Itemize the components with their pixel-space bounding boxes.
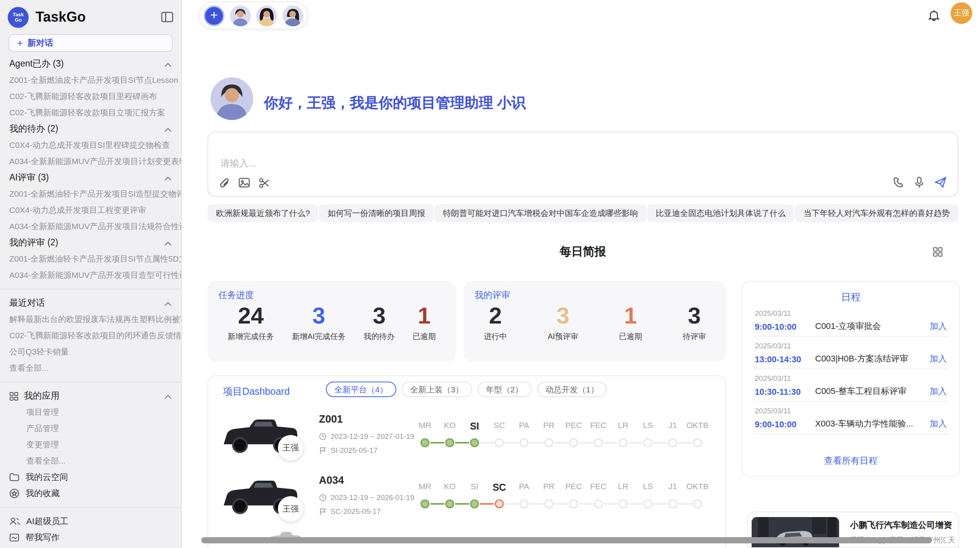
project-row[interactable]: 王强 A034 2023-12-19 ~ 2026-01-19 SC-2025-… bbox=[221, 474, 714, 533]
sidebar-task-item[interactable]: A034-全新新能源MUV产品开发项目造型可行性评审 bbox=[0, 267, 181, 283]
plus-icon: + bbox=[17, 37, 23, 49]
suggestion-chip[interactable]: 特朗普可能对进口汽车增税会对中国车企造成哪些影响 bbox=[434, 204, 646, 222]
chevron-up-icon[interactable] bbox=[164, 298, 172, 308]
horizontal-scrollbar[interactable] bbox=[201, 537, 932, 543]
chevron-up-icon[interactable] bbox=[164, 124, 172, 134]
greeting-text: 你好，王强，我是你的项目管理助理 小识 bbox=[264, 93, 526, 112]
microphone-icon[interactable] bbox=[914, 176, 924, 189]
project-row[interactable]: 王强 Z001 2023-12-19 ~ 2027-01-19 SI-2025-… bbox=[221, 413, 714, 472]
recent-chat-item[interactable]: C02-飞腾新能源轻客改款项目的闭环通告反馈情况 bbox=[0, 327, 181, 344]
suggestion-chip[interactable]: 比亚迪全固态电池计划具体说了什么 bbox=[647, 204, 794, 222]
daily-brief-title: 每日简报 bbox=[207, 245, 958, 259]
app-sub-item[interactable]: 变更管理 bbox=[0, 437, 181, 453]
paperclip-icon[interactable] bbox=[219, 177, 230, 189]
agent-avatar[interactable] bbox=[230, 5, 251, 26]
app-title: TaskGo bbox=[36, 9, 161, 25]
chevron-up-icon[interactable] bbox=[164, 238, 172, 247]
join-link[interactable]: 加入 bbox=[930, 353, 947, 365]
agent-avatar[interactable] bbox=[283, 5, 303, 26]
phone-icon[interactable] bbox=[893, 176, 904, 188]
app-logo: Task Go bbox=[8, 7, 29, 27]
join-link[interactable]: 加入 bbox=[930, 320, 947, 332]
new-chat-button[interactable]: + 新对话 bbox=[9, 34, 173, 52]
milestone-track: MRKOSISCPAPRPECFECLRLSJ1OKTB bbox=[413, 470, 708, 518]
writing-icon bbox=[9, 533, 19, 542]
news-image bbox=[752, 517, 839, 548]
quick-access-bar: + bbox=[199, 2, 308, 29]
schedule-event: 2025/03/1113:00-14:30C003|H0B-方案冻结评审加入 bbox=[753, 337, 948, 369]
svg-text:LS: LS bbox=[643, 421, 653, 430]
sidebar-sections: Agent已办 (3) Z001-全新燃油皮卡产品开发项目SI节点Lesson … bbox=[0, 52, 181, 548]
chevron-up-icon[interactable] bbox=[164, 59, 172, 68]
chat-input-box[interactable]: 请输入... bbox=[207, 132, 958, 197]
event-time: 13:00-14:30 bbox=[755, 354, 815, 363]
sidebar-task-item[interactable]: C0X4-动力总成开发项目工程变更评审 bbox=[0, 202, 181, 218]
input-toolbar-left bbox=[219, 177, 270, 189]
image-icon[interactable] bbox=[238, 177, 250, 188]
suggestion-chip[interactable]: 欧洲新规最近颁布了什么? bbox=[207, 204, 319, 222]
section-recent-chats[interactable]: 最近对话 bbox=[0, 295, 181, 311]
sidebar-task-item[interactable]: Z001-全新燃油轻卡产品开发项目SI造型提交物评审 bbox=[0, 186, 181, 202]
app-sub-item[interactable]: 查看全部... bbox=[0, 453, 181, 469]
divider bbox=[0, 507, 181, 508]
sidebar-collapse-icon[interactable] bbox=[161, 12, 173, 22]
svg-text:PEC: PEC bbox=[565, 421, 582, 430]
schedule-event: 2025/03/1110:30-11:30C005-整车工程目标评审加入 bbox=[753, 369, 948, 402]
event-date: 2025/03/11 bbox=[755, 406, 947, 415]
card-title: 我的评审 bbox=[475, 289, 715, 301]
section-my-todo[interactable]: 我的待办 (2) bbox=[0, 121, 181, 137]
folder-icon bbox=[9, 473, 19, 481]
sidebar-task-item[interactable]: Z001-全新燃油轻卡产品开发项目SI节点属性5D文件评审 bbox=[0, 251, 181, 267]
sidebar-task-item[interactable]: Z001-全新燃油皮卡产品开发项目SI节点Lesson Learn报告 bbox=[0, 72, 181, 88]
scissors-icon[interactable] bbox=[259, 177, 270, 189]
input-toolbar-right bbox=[893, 176, 947, 189]
sidebar-task-item[interactable]: A034-全新新能源MUV产品开发项目计划变更表编写 bbox=[0, 153, 181, 170]
svg-text:J1: J1 bbox=[668, 482, 677, 491]
recent-chat-item[interactable]: 解释最新出台的欧盟报废车法规再生塑料比例被调至15%... bbox=[0, 311, 181, 327]
schedule-title: 日程 bbox=[753, 291, 948, 304]
view-all-schedule-link[interactable]: 查看所有日程 bbox=[753, 450, 948, 468]
event-date: 2025/03/11 bbox=[755, 309, 947, 317]
tab-powertrain[interactable]: 动总开发（1） bbox=[537, 382, 607, 397]
recent-chat-item[interactable]: 公司Q3轻卡销量 bbox=[0, 344, 181, 360]
sidebar-task-item[interactable]: C0X4-动力总成开发项目SI里程碑提交物检查 bbox=[0, 137, 181, 153]
sidebar-task-item[interactable]: C02-飞腾新能源轻客改款项目里程碑画布 bbox=[0, 88, 181, 104]
svg-text:KO: KO bbox=[444, 421, 456, 430]
sidebar-item-ai-super-staff[interactable]: AI超级员工 bbox=[0, 513, 181, 529]
sidebar-header: Task Go TaskGo bbox=[0, 0, 181, 34]
tab-new-body[interactable]: 全新上装（3） bbox=[402, 382, 472, 397]
people-icon bbox=[9, 517, 20, 526]
sidebar-task-item[interactable]: C02-飞腾新能源轻客改款项目立项汇报方案 bbox=[0, 104, 181, 121]
layout-grid-icon[interactable] bbox=[933, 246, 943, 260]
section-my-review[interactable]: 我的评审 (2) bbox=[0, 235, 181, 251]
svg-text:OKTB: OKTB bbox=[686, 482, 708, 491]
user-avatar[interactable]: 王强 bbox=[951, 2, 972, 24]
input-placeholder: 请输入... bbox=[221, 157, 256, 170]
suggestion-chip[interactable]: 当下年轻人对汽车外观有怎样的喜好趋势 bbox=[795, 204, 958, 222]
section-my-apps[interactable]: 我的应用 bbox=[0, 388, 181, 404]
send-icon[interactable] bbox=[934, 176, 947, 188]
card-title: 任务进度 bbox=[218, 289, 445, 301]
add-agent-button[interactable]: + bbox=[204, 5, 224, 26]
sidebar-item-favorites[interactable]: 我的收藏 bbox=[0, 485, 181, 502]
section-ai-review[interactable]: AI评审 (3) bbox=[0, 170, 181, 186]
sidebar-item-cloud-space[interactable]: 我的云空间 bbox=[0, 469, 181, 485]
suggestion-chip[interactable]: 如何写一份清晰的项目周报 bbox=[319, 204, 434, 222]
section-agent-done[interactable]: Agent已办 (3) bbox=[0, 56, 181, 72]
sidebar-item-creative-draw[interactable]: 创意制图 bbox=[0, 546, 181, 548]
tab-model-year[interactable]: 年型（2） bbox=[477, 382, 531, 397]
tab-new-platform[interactable]: 全新平台（4） bbox=[326, 382, 396, 397]
join-link[interactable]: 加入 bbox=[930, 385, 947, 397]
app-sub-item[interactable]: 项目管理 bbox=[0, 404, 181, 420]
chevron-up-icon[interactable] bbox=[164, 173, 172, 182]
join-link[interactable]: 加入 bbox=[930, 418, 947, 430]
agent-avatar[interactable] bbox=[256, 5, 277, 26]
project-flag-date: SI-2025-05-17 bbox=[319, 446, 377, 454]
notifications-bell-icon[interactable] bbox=[928, 9, 940, 25]
chevron-up-icon[interactable] bbox=[164, 391, 172, 401]
svg-text:LR: LR bbox=[618, 482, 629, 491]
sidebar-item-help-write[interactable]: 帮我写作 bbox=[0, 529, 181, 546]
sidebar-task-item[interactable]: A034-全新新能源MUV产品开发项目法规符合性评审 bbox=[0, 218, 181, 235]
recent-chat-item[interactable]: 查看全部... bbox=[0, 360, 181, 376]
app-sub-item[interactable]: 产品管理 bbox=[0, 420, 181, 437]
